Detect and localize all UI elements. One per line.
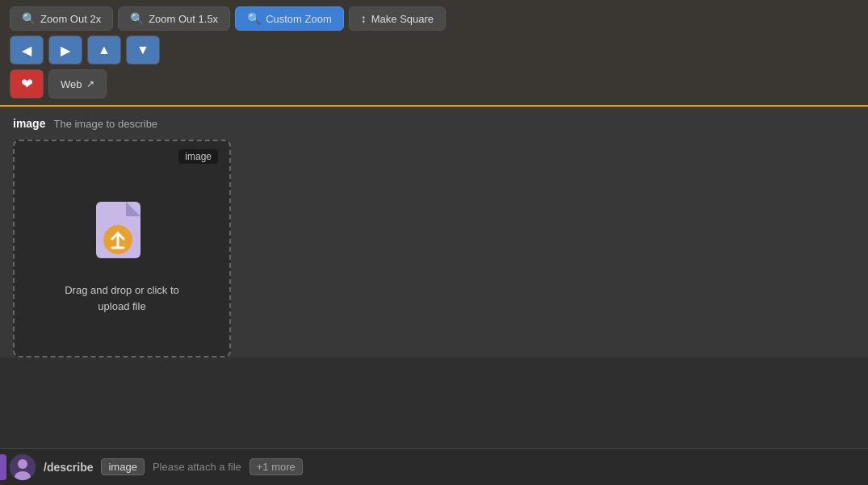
custom-zoom-icon: 🔍 <box>247 12 261 25</box>
arrow-up-icon: ▲ <box>98 43 111 57</box>
zoom-out-1-5x-button[interactable]: 🔍 Zoom Out 1.5x <box>118 6 230 31</box>
upload-text: Drag and drop or click to upload file <box>65 282 179 314</box>
make-square-label: Make Square <box>371 13 434 25</box>
image-section: image The image to describe image Drag a… <box>0 107 868 357</box>
image-description: The image to describe <box>53 118 157 130</box>
upload-icon-wrapper <box>92 198 153 266</box>
top-toolbar: 🔍 Zoom Out 2x 🔍 Zoom Out 1.5x 🔍 Custom Z… <box>0 0 868 107</box>
avatar <box>10 454 36 480</box>
arrow-down-icon: ▼ <box>136 43 149 57</box>
custom-zoom-button[interactable]: 🔍 Custom Zoom <box>235 6 344 31</box>
svg-point-5 <box>18 459 27 469</box>
web-button[interactable]: Web ↗ <box>48 69 107 98</box>
image-label: image <box>13 117 45 130</box>
image-tag-badge: image <box>101 458 144 475</box>
toolbar-row-zoom: 🔍 Zoom Out 2x 🔍 Zoom Out 1.5x 🔍 Custom Z… <box>10 6 858 31</box>
external-link-icon: ↗ <box>86 78 94 90</box>
image-section-header: image The image to describe <box>13 117 855 130</box>
arrow-right-button[interactable]: ▶ <box>48 36 82 65</box>
make-square-icon: ↕ <box>361 12 367 25</box>
left-accent <box>0 454 6 480</box>
heart-button[interactable]: ❤ <box>10 69 44 98</box>
command-text: /describe <box>44 461 93 474</box>
placeholder-text: Please attach a file <box>153 461 241 473</box>
web-label: Web <box>61 78 82 90</box>
heart-icon: ❤ <box>21 75 33 93</box>
zoom-out-2x-icon: 🔍 <box>22 12 36 25</box>
make-square-button[interactable]: ↕ Make Square <box>349 6 446 31</box>
upload-zone-label: image <box>178 149 218 164</box>
zoom-out-1-5x-icon: 🔍 <box>130 12 144 25</box>
zoom-out-1-5x-label: Zoom Out 1.5x <box>149 13 218 25</box>
file-upload-zone[interactable]: image Drag and drop or click to upload f… <box>13 140 231 357</box>
arrow-left-button[interactable]: ◀ <box>10 36 44 65</box>
arrow-up-button[interactable]: ▲ <box>87 36 121 65</box>
zoom-out-2x-label: Zoom Out 2x <box>40 13 101 25</box>
bottom-bar: /describe image Please attach a file +1 … <box>0 448 868 485</box>
zoom-out-2x-button[interactable]: 🔍 Zoom Out 2x <box>10 6 113 31</box>
arrow-left-icon: ◀ <box>22 43 31 58</box>
arrow-down-button[interactable]: ▼ <box>126 36 160 65</box>
custom-zoom-label: Custom Zoom <box>266 13 332 25</box>
upload-file-icon <box>92 198 153 266</box>
arrow-right-icon: ▶ <box>61 43 70 58</box>
more-badge[interactable]: +1 more <box>249 458 303 475</box>
toolbar-row-nav: ◀ ▶ ▲ ▼ <box>10 36 858 65</box>
toolbar-row-extra: ❤ Web ↗ <box>10 69 858 98</box>
